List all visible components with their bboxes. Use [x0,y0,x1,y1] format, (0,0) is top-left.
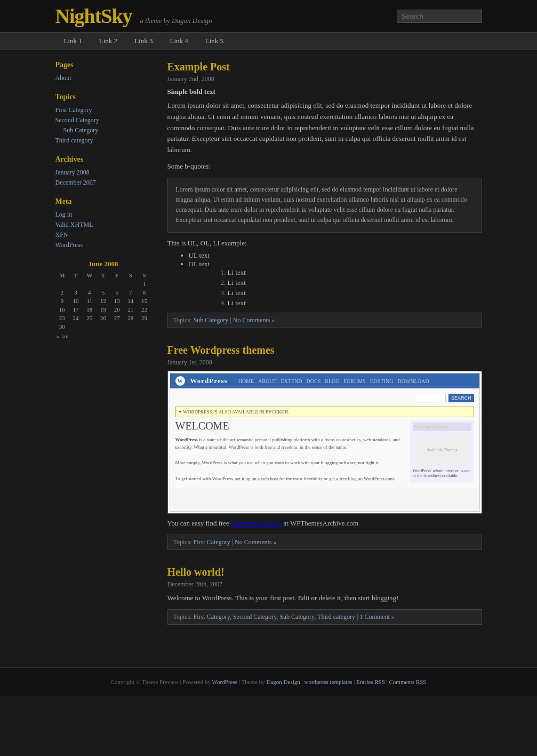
meta-xhtml: Valid XHTML [55,220,151,229]
post-example-topic-link[interactable]: Sub Category [194,316,229,324]
footer-copy: Copyright © Theme Preview | Powered by [110,679,212,685]
post-hello-title: Hello world! [167,566,482,578]
cal-day[interactable]: 4 [83,288,97,297]
cal-day[interactable]: 24 [69,314,83,322]
cal-day[interactable]: 18 [83,305,97,314]
cal-day[interactable]: 10 [69,297,83,305]
meta-xfn-link[interactable]: XFN [55,231,68,238]
cal-day[interactable]: 26 [97,314,110,322]
wp-mock-text-3: To get started with WordPress, set it up… [175,475,405,483]
cal-day[interactable]: 7 [124,288,138,297]
post-example-comments-link[interactable]: No Comments » [233,316,275,324]
post-wordpress-topic-link[interactable]: First Category [194,538,230,546]
post-hello-topic-third[interactable]: Third category [317,613,355,620]
footer-entries-rss-link[interactable]: Entries RSS [356,679,384,685]
post-hello-comments-link[interactable]: 1 Comment » [359,613,394,620]
cal-day[interactable]: 23 [55,314,69,322]
nav-link-3[interactable]: Link 3 [126,33,161,50]
cal-day[interactable]: 1 [138,280,151,288]
post-wordpress-themes-link[interactable]: Wordpress themes [231,519,282,527]
cal-day[interactable]: 27 [110,314,124,322]
cal-day[interactable]: 8 [138,288,151,297]
post-hello-topic-first[interactable]: First Category [194,613,230,620]
cal-day[interactable]: 25 [83,314,97,322]
cal-day[interactable]: 21 [124,305,138,314]
cal-day[interactable]: 22 [138,305,151,314]
cal-day [124,322,138,331]
post-example-ul: UL text OL text 1. Li text 2. Li text 3.… [189,251,482,307]
search-input[interactable] [397,10,482,23]
footer-wp-templates-link[interactable]: wordpress templates [304,679,352,685]
post-wordpress-title: Free Wordpress themes [167,344,482,356]
topics-label-1: Topics: [173,316,192,324]
sidebar-topic-sub: Sub Category [55,126,151,134]
cal-day[interactable]: 30 [55,322,69,331]
post-wordpress-body: You can easy find free Wordpress themes … [167,518,482,529]
sidebar-topic-first-link[interactable]: First Category [55,106,92,114]
post-example-bold: Simple bold text [167,87,482,96]
archive-dec-2007-link[interactable]: December 2007 [55,179,96,186]
cal-day[interactable]: 20 [110,305,124,314]
meta-wordpress-link[interactable]: WordPress [55,241,83,249]
cal-day[interactable]: 19 [97,305,110,314]
post-example-bquotes-label: Some b-quotes: [167,161,482,172]
cal-day[interactable]: 12 [97,297,110,305]
sidebar-topic-sub-link[interactable]: Sub Category [63,126,99,134]
wp-mock-search-btn[interactable]: SEARCH [448,394,474,402]
cal-day[interactable]: 13 [110,297,124,305]
post-wordpress-footer: Topics: First Category | No Comments » [167,535,482,550]
meta-heading: Meta [55,197,151,206]
cal-header-f: F [110,271,124,280]
cal-day[interactable]: 3 [69,288,83,297]
calendar-table: M T W T F S S 12345678910111213141516171… [55,271,151,340]
sidebar-page-about-link[interactable]: About [55,74,71,82]
cal-day[interactable]: 14 [124,297,138,305]
cal-day[interactable]: 6 [110,288,124,297]
sidebar-topic-second-link[interactable]: Second Category [55,116,99,124]
post-wordpress-comments-link[interactable]: No Comments » [235,538,277,546]
post-hello-topic-sub[interactable]: Sub Category [279,613,314,620]
meta-login-link[interactable]: Log in [55,211,73,218]
wp-mock-search-input[interactable] [414,394,446,402]
wp-mock-notice: ✦ WORDPRESS IS ALSO AVAILABLE IN РУССКИЙ… [175,407,474,417]
wp-mock-right: Current Themes Available Themes WordPres… [410,420,474,482]
cal-header-s1: S [124,271,138,280]
post-example-footer: Topics: Sub Category | No Comments » [167,313,482,328]
cal-day[interactable]: 29 [138,314,151,322]
nav-link-4[interactable]: Link 4 [161,33,196,50]
wp-mock-header: W WordPress HOME ABOUT EXTEND DOCS BLOG … [170,373,479,388]
nav-link-1[interactable]: Link 1 [55,33,91,50]
cal-day[interactable]: 5 [97,288,110,297]
archive-jan-2008-link[interactable]: January 2008 [55,169,90,176]
cal-header-t1: T [69,271,83,280]
cal-day[interactable]: 28 [124,314,138,322]
cal-day [69,280,83,288]
cal-day[interactable]: 9 [55,297,69,305]
footer-comments-rss-link[interactable]: Comments RSS [389,679,427,685]
nav-link-5[interactable]: Link 5 [197,33,232,50]
cal-day [83,322,97,331]
meta-xhtml-link[interactable]: Valid XHTML [55,221,93,228]
cal-day[interactable]: 17 [69,305,83,314]
cal-day[interactable]: 2 [55,288,69,297]
nav-link-2[interactable]: Link 2 [91,33,126,50]
sidebar-topic-third-link[interactable]: Third category [55,137,93,144]
wp-mock-left: WELCOME WordPress is a state-of-the-art … [175,420,405,482]
footer-dagon-link[interactable]: Dagon Design [267,679,300,685]
post-hello-date: December 28th, 2007 [167,580,482,588]
wp-mock-content: WELCOME WordPress is a state-of-the-art … [175,420,474,482]
post-example-ol: 1. Li text 2. Li text 3. Li text 4. Li t… [221,268,482,307]
footer: Copyright © Theme Preview | Powered by W… [0,667,537,696]
meta-section: Meta Log in Valid XHTML XFN WordPress [55,197,151,249]
post-hello-topic-second[interactable]: Second Category [233,613,277,620]
wp-mock-logo: W [175,376,185,386]
cal-prev-link[interactable]: « Jan [57,333,69,339]
post-example-date: January 2nd, 2008 [167,75,482,83]
footer-wordpress-link[interactable]: WordPress [212,679,237,685]
meta-xfn: XFN [55,230,151,239]
cal-day[interactable]: 15 [138,297,151,305]
cal-day[interactable]: 11 [83,297,97,305]
post-example-list-label: This is UL, OL, LI example: [167,238,482,249]
wp-mock-current-themes: Current Themes [413,423,471,431]
cal-day[interactable]: 16 [55,305,69,314]
